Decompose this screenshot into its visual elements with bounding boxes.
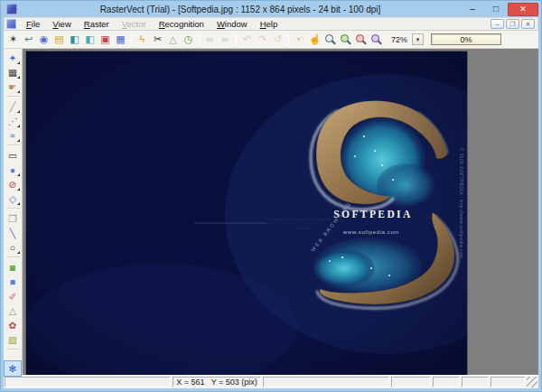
pick-hand-button[interactable]: ☝ xyxy=(307,33,322,47)
recognize-lightning-button[interactable]: ϟ xyxy=(135,33,150,47)
line-button[interactable]: ╱ xyxy=(5,99,21,114)
cut-scissors-button[interactable]: ✂ xyxy=(150,33,165,47)
redo-button[interactable]: ↷ xyxy=(255,33,270,47)
child-restore-button[interactable]: ❐ xyxy=(506,19,519,29)
print-button[interactable]: ▦ xyxy=(113,33,128,47)
zoom-out-button[interactable] xyxy=(353,33,369,47)
zoom-level-value[interactable]: 72% xyxy=(384,35,412,44)
separator xyxy=(6,349,20,350)
menu-view[interactable]: View xyxy=(46,18,77,31)
acquire-button[interactable]: ◉ xyxy=(36,33,51,47)
pan-hand-button[interactable]: ☜ xyxy=(292,33,307,47)
resize-grip[interactable] xyxy=(527,377,537,387)
toolbar-group-tools: ϟ✂△◷ xyxy=(135,33,196,47)
document-icon[interactable] xyxy=(6,19,16,29)
recognize-lightning-icon: ϟ xyxy=(140,34,145,44)
raster-grid-button[interactable]: ▦ xyxy=(5,65,21,79)
wizard-icon: ✶ xyxy=(9,34,17,44)
wizard-button[interactable]: ✶ xyxy=(5,33,21,47)
curve-icon: ≈ xyxy=(10,131,15,141)
timer-clock-button[interactable]: ◷ xyxy=(181,33,196,47)
undo-button[interactable]: ↶ xyxy=(239,33,255,47)
child-close-button[interactable]: ✕ xyxy=(521,19,535,29)
line-icon: ╱ xyxy=(10,102,15,112)
grab-hand-button[interactable]: ☛ xyxy=(5,79,21,94)
separator xyxy=(6,208,20,210)
zoom-icon xyxy=(325,34,335,44)
rectangle-button[interactable]: ▭ xyxy=(5,148,21,163)
document-canvas: WEB BROWSING SOFTPEDIA www.softpedia.com… xyxy=(23,49,538,375)
menu-raster[interactable]: Raster xyxy=(78,18,116,31)
separator xyxy=(6,96,20,98)
child-minimize-button[interactable]: – xyxy=(491,19,504,29)
page-button[interactable]: ❐ xyxy=(5,211,21,226)
polyline-button[interactable]: ⋰ xyxy=(5,114,21,128)
menu-window[interactable]: Window xyxy=(210,18,254,31)
separator xyxy=(6,145,20,146)
sphere-button[interactable]: ● xyxy=(5,163,21,177)
save-button[interactable]: ◧ xyxy=(67,33,82,47)
progress-bar: 0% xyxy=(431,33,501,45)
shape-icon: ◇ xyxy=(9,194,16,204)
repeat-button[interactable]: ↺ xyxy=(270,33,285,47)
maximize-button[interactable]: □ xyxy=(484,3,508,16)
zoom-dropdown-button[interactable]: ▼ xyxy=(412,33,424,45)
minimize-button[interactable]: – xyxy=(461,3,484,16)
help-book-button[interactable]: ▣ xyxy=(98,33,113,47)
zoom-button[interactable] xyxy=(322,33,338,47)
select-button[interactable]: ✦ xyxy=(5,51,21,65)
island-photo: WEB BROWSING SOFTPEDIA www.softpedia.com… xyxy=(26,51,467,375)
grab-hand-icon: ☛ xyxy=(8,82,16,92)
line-2-button[interactable]: ╲ xyxy=(5,226,21,240)
raster-image[interactable]: WEB BROWSING SOFTPEDIA www.softpedia.com… xyxy=(26,51,467,375)
snap-star-icon: ✻ xyxy=(9,364,17,374)
repeat-icon: ↺ xyxy=(274,34,282,44)
menu-file[interactable]: File xyxy=(20,18,46,31)
acquire-icon: ◉ xyxy=(40,34,49,44)
pen-button[interactable]: ✐ xyxy=(5,289,21,303)
line-2-icon: ╲ xyxy=(10,229,15,238)
find-binoculars-icon: ∞ xyxy=(207,34,214,44)
find-next-binoculars-icon: ∞ xyxy=(222,34,229,44)
separator xyxy=(199,33,200,46)
measure-triangle-button[interactable]: △ xyxy=(165,33,181,47)
find-next-binoculars-button[interactable]: ∞ xyxy=(218,33,233,47)
menu-vector: Vector xyxy=(116,18,153,31)
separator xyxy=(288,33,289,46)
zoom-out-icon xyxy=(356,34,366,44)
save-as-button[interactable]: ◧ xyxy=(82,33,98,47)
zoom-window-button[interactable] xyxy=(369,33,384,47)
open-folder-button[interactable]: ▤ xyxy=(51,33,67,47)
rectangle-icon: ▭ xyxy=(8,151,17,161)
import-button[interactable]: ↩ xyxy=(21,33,36,47)
cursor-coordinates: X = 561 Y = 503 (pix) xyxy=(173,377,261,387)
brush-button[interactable]: ✿ xyxy=(5,318,21,332)
toolbar-group-find: ∞∞ xyxy=(202,33,233,47)
hatch-button[interactable]: ▨ xyxy=(5,332,21,347)
select-icon: ✦ xyxy=(9,53,17,63)
shape-button[interactable]: ◇ xyxy=(5,191,21,206)
snap-star-button[interactable]: ✻ xyxy=(5,361,21,376)
separator xyxy=(236,33,237,46)
help-book-icon: ▣ xyxy=(100,34,109,44)
separator xyxy=(131,33,132,46)
status-panel xyxy=(462,377,489,387)
statusbar: X = 561 Y = 503 (pix) xyxy=(4,375,538,388)
bucket-button[interactable]: ◙ xyxy=(5,260,21,275)
curve-button[interactable]: ≈ xyxy=(5,128,21,143)
menu-recognition[interactable]: Recognition xyxy=(153,18,210,31)
fill-square-button[interactable]: ■ xyxy=(5,275,21,289)
find-binoculars-button[interactable]: ∞ xyxy=(202,33,218,47)
app-icon xyxy=(6,4,17,14)
menu-help[interactable]: Help xyxy=(254,18,285,31)
page-icon: ❐ xyxy=(8,214,16,224)
toolbar: ✶↩◉▤◧◧▣▦ ϟ✂△◷ ∞∞ ↶↷↺ ☜☝ 72% ▼ 0% xyxy=(4,31,538,49)
close-button[interactable]: ✕ xyxy=(508,3,538,16)
save-as-icon: ◧ xyxy=(85,34,94,44)
titlebar: RasterVect (Trial) - [Softpedia.jpg : 11… xyxy=(1,1,541,17)
forbid-button[interactable]: ⊘ xyxy=(5,177,21,191)
ellipse-button[interactable]: ○ xyxy=(5,240,21,255)
drawing-toolbar: ✦▦☛╱⋰≈▭●⊘◇❐╲○◙■✐△✿▨✻ xyxy=(4,49,23,375)
zoom-in-button[interactable] xyxy=(338,33,353,47)
polygon-button[interactable]: △ xyxy=(5,303,21,318)
